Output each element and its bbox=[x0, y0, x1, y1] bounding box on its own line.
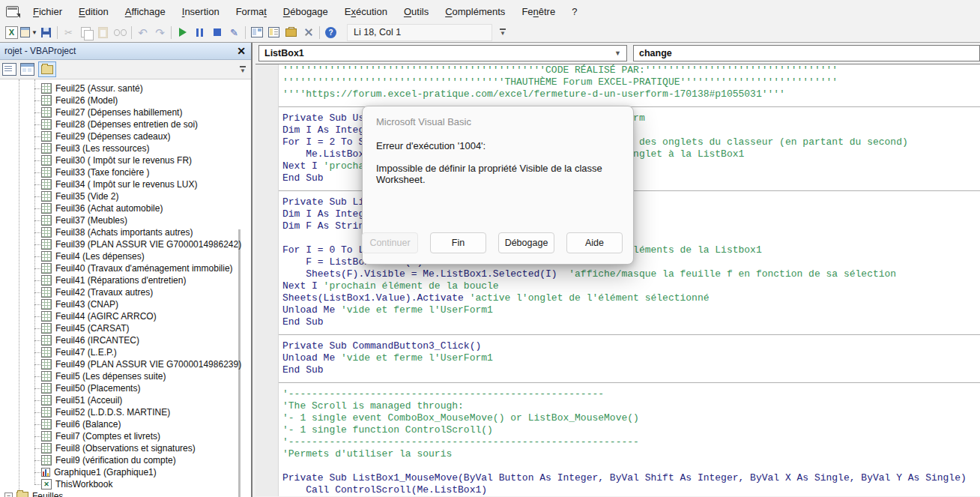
menu-item-complments[interactable]: Compléments bbox=[437, 3, 513, 20]
tree-item[interactable]: Feuil30 ( Impôt sur le revenus FR) bbox=[0, 154, 251, 166]
tree-item-label: Feuil40 (Travaux d'aménagement immobilie… bbox=[55, 263, 233, 274]
design-mode-icon[interactable]: ✎ bbox=[226, 25, 243, 40]
tree-item[interactable]: Feuil29 (Dépenses cadeaux) bbox=[0, 130, 251, 142]
menu-item-excution[interactable]: Exécution bbox=[336, 3, 396, 20]
toolbar-overflow-icon[interactable]: ▼ bbox=[498, 24, 507, 40]
project-explorer-icon[interactable] bbox=[248, 25, 265, 40]
redo-icon[interactable]: ↷ bbox=[151, 25, 169, 40]
tree-item[interactable]: Feuil49 (PLAN ASSUR VIE G7000014986239) bbox=[0, 358, 251, 370]
sheet-icon bbox=[41, 443, 52, 454]
tree-item[interactable]: ✕ThisWorkbook bbox=[0, 478, 251, 490]
stop-icon[interactable] bbox=[208, 25, 226, 40]
code-line: '---------------------------------------… bbox=[279, 436, 980, 448]
tools-icon[interactable] bbox=[300, 25, 317, 40]
project-panel-titlebar[interactable]: rojet - VBAProject ✕ bbox=[0, 43, 251, 60]
tree-connector bbox=[34, 448, 40, 449]
tree-item[interactable]: Feuil25 (Assur. santé) bbox=[0, 82, 251, 94]
tree-item[interactable]: Feuil45 (CARSAT) bbox=[0, 322, 251, 334]
dbogage-button[interactable]: Débogage bbox=[498, 232, 554, 253]
tree-item[interactable]: Feuil26 (Model) bbox=[0, 94, 251, 106]
tree-item[interactable]: Graphique1 (Graphique1) bbox=[0, 466, 251, 478]
menu-item-dbogage[interactable]: Débogage bbox=[275, 3, 336, 20]
collapse-icon[interactable]: − bbox=[4, 493, 13, 497]
code-line: End Sub bbox=[279, 316, 980, 328]
tree-item[interactable]: Feuil34 ( Impôt sur le revenus LUX) bbox=[0, 178, 251, 190]
menu-item-?[interactable]: ? bbox=[563, 3, 585, 20]
tree-item[interactable]: Feuil52 (L.D.D.S. MARTINE) bbox=[0, 406, 251, 418]
menu-item-outils[interactable]: Outils bbox=[396, 3, 437, 20]
tree-item[interactable]: −Feuilles bbox=[0, 490, 251, 497]
menu-item-fichier[interactable]: Fichier bbox=[25, 3, 70, 20]
help-icon[interactable]: ? bbox=[322, 25, 339, 40]
tree-item[interactable]: Feuil38 (Achats importants autres) bbox=[0, 226, 251, 238]
toolbox-icon[interactable] bbox=[282, 25, 300, 40]
menu-item-edition[interactable]: Edition bbox=[70, 3, 117, 20]
tree-item-label: Feuil7 (Comptes et livrets) bbox=[55, 431, 160, 442]
tree-item[interactable]: Feuil46 (IRCANTEC) bbox=[0, 334, 251, 346]
aide-button[interactable]: Aide bbox=[566, 232, 623, 253]
tree-item[interactable]: Feuil35 (Vide 2) bbox=[0, 190, 251, 202]
tree-item[interactable]: Feuil28 (Dépenses entretien de soi) bbox=[0, 118, 251, 130]
tree-item[interactable]: Feuil9 (vérification du compte) bbox=[0, 454, 251, 466]
panel-overflow-icon[interactable]: ▼ bbox=[238, 61, 247, 78]
tree-item[interactable]: Feuil7 (Comptes et livrets) bbox=[0, 430, 251, 442]
toggle-folders-icon[interactable] bbox=[38, 61, 56, 77]
tree-item[interactable]: Feuil51 (Acceuil) bbox=[0, 394, 251, 406]
tree-item[interactable]: Feuil27 (Dépenses habillement) bbox=[0, 106, 251, 118]
properties-window-icon[interactable] bbox=[265, 25, 282, 40]
sheet-icon bbox=[41, 131, 52, 142]
tree-item-label: Feuil29 (Dépenses cadeaux) bbox=[55, 131, 170, 142]
view-object-icon[interactable] bbox=[20, 63, 34, 76]
find-icon[interactable] bbox=[112, 25, 129, 40]
event-dropdown-value: change bbox=[639, 48, 672, 58]
tree-item[interactable]: Feuil40 (Travaux d'aménagement immobilie… bbox=[0, 262, 251, 274]
tree-connector bbox=[34, 376, 40, 377]
sheet-icon bbox=[41, 179, 52, 190]
copy-icon[interactable] bbox=[77, 25, 94, 40]
close-icon[interactable]: ✕ bbox=[235, 44, 248, 58]
tree-item[interactable]: Feuil47 (L.E.P.) bbox=[0, 346, 251, 358]
tree-item[interactable]: Feuil41 (Réparations d'entretien) bbox=[0, 274, 251, 286]
menu-item-insertion[interactable]: Insertion bbox=[174, 3, 228, 20]
sheet-icon bbox=[41, 407, 52, 418]
tree-item[interactable]: Feuil39 (PLAN ASSUR VIE G7000014986242) bbox=[0, 238, 251, 250]
tree-item[interactable]: Feuil42 (Travaux autres) bbox=[0, 286, 251, 298]
tree-item[interactable]: Feuil44 (AGIRC ARRCO) bbox=[0, 310, 251, 322]
code-line: Unload Me 'vide et ferme l'UserForm1 bbox=[279, 352, 980, 364]
tree-item[interactable]: Feuil5 (Les dépenses suite) bbox=[0, 370, 251, 382]
tree-item[interactable]: Feuil43 (CNAP) bbox=[0, 298, 251, 310]
view-code-icon[interactable] bbox=[2, 63, 16, 76]
sheet-icon bbox=[41, 359, 52, 370]
tree-item[interactable]: Feuil6 (Balance) bbox=[0, 418, 251, 430]
tree-item[interactable]: Feuil8 (Observations et signatures) bbox=[0, 442, 251, 454]
margin-indicator-bar[interactable] bbox=[255, 64, 279, 496]
object-dropdown[interactable]: ListBox1 ▼ bbox=[258, 45, 627, 61]
cut-icon[interactable]: ✂ bbox=[60, 25, 77, 40]
menu-bar: FichierEditionAffichageInsertionFormatDé… bbox=[0, 0, 980, 22]
pause-icon[interactable] bbox=[191, 25, 208, 40]
fin-button[interactable]: Fin bbox=[430, 232, 486, 253]
menu-item-fentre[interactable]: Fenêtre bbox=[513, 3, 563, 20]
menu-item-format[interactable]: Format bbox=[228, 3, 275, 20]
undo-icon[interactable]: ↶ bbox=[134, 25, 151, 40]
tree-item-label: Feuil3 (Les ressources) bbox=[55, 143, 149, 154]
object-dropdown-value: ListBox1 bbox=[264, 48, 304, 58]
paste-icon[interactable] bbox=[94, 25, 112, 40]
tree-item[interactable]: Feuil36 (Achat automobile) bbox=[0, 202, 251, 214]
sheet-icon bbox=[41, 335, 52, 346]
tree-item[interactable]: Feuil33 (Taxe foncière ) bbox=[0, 166, 251, 178]
vbe-app-icon bbox=[6, 6, 19, 17]
tree-connector bbox=[34, 136, 40, 137]
run-icon[interactable] bbox=[174, 25, 191, 40]
save-icon[interactable] bbox=[37, 25, 55, 40]
code-line: Private Sub ListBox1_MouseMove(ByVal But… bbox=[279, 472, 980, 484]
error-dialog: Microsoft Visual Basic Erreur d'exécutio… bbox=[362, 106, 634, 265]
insert-userform-icon[interactable]: ▼ bbox=[20, 25, 37, 40]
tree-item[interactable]: Feuil4 (Les dépenses) bbox=[0, 250, 251, 262]
tree-item[interactable]: Feuil37 (Meubles) bbox=[0, 214, 251, 226]
tree-item[interactable]: Feuil3 (Les ressources) bbox=[0, 142, 251, 154]
tree-item[interactable]: Feuil50 (Placements) bbox=[0, 382, 251, 394]
excel-icon[interactable]: X bbox=[3, 25, 20, 40]
menu-item-affichage[interactable]: Affichage bbox=[117, 3, 174, 20]
event-dropdown[interactable]: change bbox=[633, 45, 980, 61]
